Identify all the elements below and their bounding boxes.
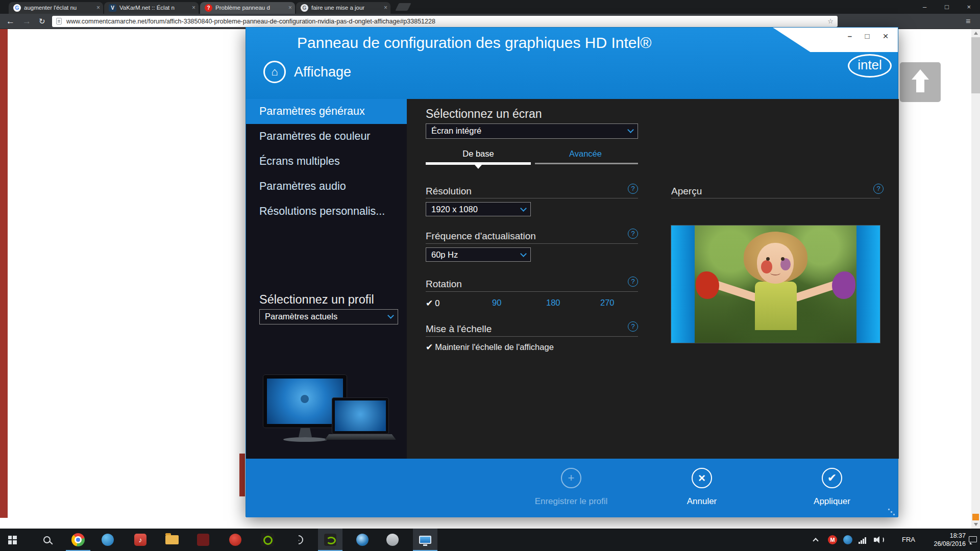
rotation-option-0-selected[interactable]: ✔0 <box>426 298 439 309</box>
help-icon[interactable]: ? <box>628 277 638 287</box>
tray-blue-app-icon[interactable] <box>843 535 852 544</box>
start-button[interactable] <box>0 529 24 551</box>
display-dropdown[interactable]: Écran intégré <box>426 123 638 139</box>
preview-label: Aperçu <box>671 186 702 197</box>
taskbar-music-app[interactable]: ♪ <box>128 529 153 551</box>
steam-like-icon <box>356 534 369 546</box>
photo-apron <box>755 282 797 330</box>
taskbar-clock[interactable]: 18:37 26/08/2016 <box>921 532 966 548</box>
taskbar-app-steam-like[interactable] <box>350 529 375 551</box>
taskbar-app-dark-red[interactable] <box>191 529 215 551</box>
rotation-option-90[interactable]: 90 <box>492 298 501 308</box>
tab-close-icon[interactable]: × <box>288 2 292 14</box>
search-button[interactable] <box>35 529 59 551</box>
browser-tab-2[interactable]: V VaKarM.net :: Éclat n × <box>104 2 199 14</box>
folder-icon <box>165 535 179 544</box>
profile-dropdown[interactable]: Paramètres actuels <box>259 309 398 324</box>
taskbar-app-gray[interactable] <box>380 529 405 551</box>
refresh-rate-label: Fréquence d'actualisation <box>426 231 536 242</box>
page-scrollbar[interactable] <box>971 29 980 529</box>
tab-close-icon[interactable]: × <box>192 2 195 14</box>
scroll-to-top-button[interactable] <box>900 62 941 102</box>
scrollbar-down-arrow[interactable] <box>974 523 978 526</box>
close-button[interactable]: × <box>958 0 980 14</box>
rotation-option-270[interactable]: 270 <box>600 298 615 308</box>
scrollbar-thumb[interactable] <box>971 37 980 93</box>
sidebar-item-resolutions-personnalisees[interactable]: Résolutions personnalis... <box>246 199 407 224</box>
help-icon[interactable]: ? <box>628 229 638 239</box>
plus-icon: + <box>561 468 581 488</box>
address-bar[interactable]: www.commentcamarche.net/forum/affich-338… <box>52 16 838 27</box>
forward-button[interactable]: → <box>22 14 31 29</box>
page-icon <box>56 18 62 24</box>
sidebar-item-ecrans-multiples[interactable]: Écrans multiples <box>246 149 407 174</box>
scrollbar-up-arrow[interactable] <box>974 32 978 35</box>
taskbar-nvidia-settings[interactable] <box>318 529 342 551</box>
browser-menu-icon[interactable]: ≡ <box>966 14 970 29</box>
separator-line <box>426 291 638 292</box>
bookmark-star-icon[interactable]: ☆ <box>827 16 834 27</box>
intel-minimize-button[interactable]: – <box>845 28 855 45</box>
home-icon[interactable]: ⌂ <box>263 61 286 83</box>
tab-close-icon[interactable]: × <box>96 2 100 14</box>
maintain-scale-checkbox[interactable]: ✔Maintenir l'échelle de l'affichage <box>426 342 554 353</box>
music-app-icon: ♪ <box>134 534 146 546</box>
help-icon[interactable]: ? <box>628 321 638 332</box>
tab-title: faire une mise a jour <box>311 2 380 14</box>
sidebar-item-parametres-audio[interactable]: Paramètres audio <box>246 174 407 199</box>
refresh-button[interactable]: ↻ <box>39 14 45 29</box>
rotation-label: Rotation <box>426 279 462 290</box>
browser-tab-1[interactable]: G augmenter l'éclat nu × <box>9 2 103 14</box>
tab-close-icon[interactable]: × <box>384 2 387 14</box>
network-icon[interactable] <box>859 536 868 544</box>
tab-favicon: G <box>301 4 308 12</box>
resolution-dropdown[interactable]: 980 x 551 <box>426 202 531 216</box>
tab-title: VaKarM.net :: Éclat n <box>119 2 188 14</box>
taskbar-app-blue-round[interactable] <box>95 529 120 551</box>
tab-title: Problème panneau d <box>215 2 285 14</box>
cancel-button[interactable]: × Annuler <box>646 459 758 517</box>
taskbar-file-explorer[interactable] <box>160 529 184 551</box>
taskbar-intel-graphics[interactable] <box>413 529 437 551</box>
language-indicator[interactable]: FRA <box>898 529 919 551</box>
action-center-icon[interactable] <box>969 536 977 542</box>
volume-icon[interactable] <box>874 536 884 544</box>
maximize-button[interactable]: □ <box>936 0 958 14</box>
tray-gmail-icon[interactable]: M <box>828 535 837 544</box>
intel-close-button[interactable]: × <box>880 28 891 45</box>
resize-grip[interactable] <box>888 509 890 510</box>
separator-line <box>426 198 638 198</box>
maintain-scale-label: Maintenir l'échelle de l'affichage <box>435 342 554 352</box>
home-glyph: ⌂ <box>271 66 278 78</box>
speaker-wave <box>880 537 884 543</box>
cancel-label: Annuler <box>646 496 758 507</box>
scrollbar-marker <box>972 514 979 520</box>
browser-tab-4[interactable]: G faire une mise a jour × <box>296 2 390 14</box>
sidebar-item-parametres-generaux[interactable]: Paramètres généraux <box>246 99 407 124</box>
rotation-option-180[interactable]: 180 <box>546 298 560 308</box>
tab-avancee[interactable]: Avancée <box>533 149 638 159</box>
tray-hidden-icons-chevron[interactable] <box>813 538 818 543</box>
save-profile-button[interactable]: + Enregistrer le profil <box>515 459 627 517</box>
intel-maximize-button[interactable]: □ <box>862 28 872 45</box>
taskbar-app-red-round[interactable] <box>223 529 248 551</box>
help-icon[interactable]: ? <box>873 184 884 194</box>
active-tab-marker <box>475 165 482 169</box>
sidebar-item-parametres-couleur[interactable]: Paramètres de couleur <box>246 124 407 149</box>
refresh-rate-dropdown[interactable]: 60p Hz <box>426 247 531 262</box>
check-icon: ✔ <box>426 342 433 352</box>
apply-button[interactable]: ✔ Appliquer <box>776 459 888 517</box>
new-tab-button[interactable] <box>395 3 411 11</box>
photo-eye <box>766 257 770 261</box>
help-icon[interactable]: ? <box>628 184 638 194</box>
rotation-option-label: 0 <box>435 298 439 308</box>
back-button[interactable]: ← <box>6 14 15 29</box>
taskbar-satellite-app[interactable] <box>286 529 311 551</box>
section-header: ⌂ Affichage <box>263 60 351 84</box>
tab-de-base[interactable]: De base <box>426 149 531 159</box>
taskbar-chrome[interactable] <box>66 529 90 551</box>
minimize-button[interactable]: – <box>914 0 936 14</box>
tab-title: augmenter l'éclat nu <box>24 2 93 14</box>
browser-tab-3-active[interactable]: ? Problème panneau d × <box>200 2 295 14</box>
taskbar-geforce-experience[interactable] <box>255 529 280 551</box>
